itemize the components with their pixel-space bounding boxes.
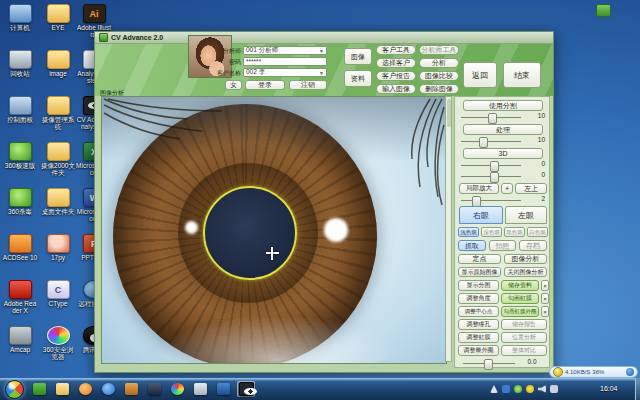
- delete-image-button[interactable]: 删除图像: [419, 84, 459, 94]
- taskbar-browser[interactable]: [76, 381, 94, 397]
- process-button[interactable]: 处理: [463, 124, 543, 135]
- capture-button[interactable]: 抓取: [458, 240, 486, 251]
- show-desktop-button[interactable]: [635, 378, 640, 400]
- taskbar-internet-explorer[interactable]: [99, 381, 117, 397]
- taskbar-video-player[interactable]: [214, 381, 232, 397]
- overall-compare-button[interactable]: 整体对比: [501, 345, 547, 356]
- photo-button[interactable]: 拍照: [489, 240, 516, 251]
- archive-button[interactable]: 存档: [519, 240, 547, 251]
- back-button[interactable]: 返回: [463, 62, 497, 88]
- toggle-white-spot[interactable]: 白色斑: [527, 227, 548, 237]
- close-icon[interactable]: ×: [541, 293, 549, 304]
- desktop-icon-control-panel[interactable]: 控制面板: [2, 96, 38, 123]
- eye-image-area[interactable]: [101, 96, 447, 364]
- taskbar-360-browser[interactable]: [168, 381, 186, 397]
- desktop-icon-360-browser[interactable]: 360安全浏览器: [40, 326, 76, 360]
- zoom-slider[interactable]: [461, 196, 521, 205]
- customer-tools-button[interactable]: 客户工具: [376, 45, 416, 55]
- local-zoom-button[interactable]: 局部放大: [459, 183, 499, 194]
- desktop-icon-ctype[interactable]: CCType: [40, 280, 76, 307]
- show-original-button[interactable]: 显示原始图像: [458, 267, 501, 277]
- outline-iris-button[interactable]: 勾画虹膜: [501, 293, 539, 304]
- show-map-button[interactable]: 显示分图: [458, 280, 499, 291]
- photo-viewer-icon: [148, 383, 161, 395]
- 360-ball-icon[interactable]: [514, 385, 522, 393]
- plus-button[interactable]: +: [501, 183, 513, 194]
- use-split-button[interactable]: 使用分割: [463, 100, 543, 111]
- desktop-icon-360-antivirus[interactable]: 360杀毒: [2, 188, 38, 215]
- desktop-gadget[interactable]: [596, 4, 611, 17]
- title-bar[interactable]: CV Advance 2.0: [95, 32, 553, 44]
- toggle-light-spot[interactable]: 浅色斑: [458, 227, 479, 237]
- bluetooth-icon[interactable]: [502, 385, 510, 393]
- 3d-slider-2[interactable]: [461, 172, 521, 181]
- taskbar-cv-advance-active[interactable]: [237, 381, 255, 397]
- security-dot-icon[interactable]: [526, 385, 534, 393]
- 3d-button[interactable]: 3D: [463, 148, 543, 159]
- scrollbar-thumb[interactable]: [447, 99, 451, 127]
- process-slider[interactable]: [461, 137, 521, 146]
- image-vertical-scrollbar[interactable]: [445, 96, 452, 362]
- adjust-iris-button[interactable]: 调整虹膜: [458, 332, 499, 343]
- right-eye-tab[interactable]: 右眼: [459, 206, 503, 224]
- input-image-button[interactable]: 输入图像: [376, 84, 416, 94]
- toggle-dark-spot[interactable]: 深色斑: [481, 227, 502, 237]
- 3d-slider-1[interactable]: [461, 161, 521, 170]
- save-data-button[interactable]: 储存资料: [501, 280, 539, 291]
- top-left-button[interactable]: 左上: [515, 183, 547, 194]
- toggle-black-spot[interactable]: 黑色斑: [504, 227, 525, 237]
- desktop-icon-acdsee[interactable]: ACDSee 10: [2, 234, 38, 261]
- position-analysis-button[interactable]: 位置分析: [501, 332, 547, 343]
- customer-report-button[interactable]: 客户报告: [376, 71, 416, 81]
- start-button[interactable]: [5, 380, 24, 399]
- adjust-outer-button[interactable]: 调整最外圈: [458, 345, 499, 356]
- adjust-pupil-button[interactable]: 调整瞳孔: [458, 319, 499, 330]
- left-eye-tab[interactable]: 左眼: [505, 206, 547, 224]
- customer-select[interactable]: 002 李 ▼: [243, 68, 327, 77]
- close-icon[interactable]: ×: [541, 306, 549, 317]
- analyst-tools-button[interactable]: 分析师工具: [419, 45, 459, 55]
- adjust-angle-button[interactable]: 调整角度: [458, 293, 499, 304]
- usb-device-icon[interactable]: [550, 385, 558, 393]
- desktop-icon-eye-folder[interactable]: EYE: [40, 4, 76, 31]
- desktop-icon-camera2000-folder[interactable]: 摄像2000文件夹: [40, 142, 76, 176]
- analyst-select[interactable]: 001 分析师 ▼: [243, 46, 327, 55]
- password-field[interactable]: ******: [243, 57, 327, 66]
- taskbar-document-app[interactable]: [191, 381, 209, 397]
- image-compare-button[interactable]: 图像比较: [419, 71, 459, 81]
- split-slider[interactable]: [461, 113, 521, 122]
- taskbar-media-app[interactable]: [122, 381, 140, 397]
- analyze-button[interactable]: 分析: [419, 58, 459, 68]
- data-button[interactable]: 资料: [344, 70, 372, 87]
- login-button[interactable]: 登录: [245, 80, 285, 90]
- network-speed-widget[interactable]: 4.10KB/S 36%: [549, 366, 638, 378]
- bottom-slider[interactable]: [463, 359, 515, 368]
- desktop-icon-computer[interactable]: 计算机: [2, 4, 38, 31]
- desktop-icon-image-folder[interactable]: image: [40, 50, 76, 77]
- logout-button[interactable]: 注销: [289, 80, 327, 90]
- outline-iris-outer-button[interactable]: 勾画虹膜外圈: [501, 306, 539, 317]
- image-analysis-button[interactable]: 图像分析: [504, 254, 547, 264]
- internet-explorer-icon: [102, 383, 115, 395]
- adjust-center-button[interactable]: 调整中心点: [458, 306, 499, 317]
- taskbar-photo-viewer[interactable]: [145, 381, 163, 397]
- desktop-icon-amcap[interactable]: Amcap: [2, 326, 38, 353]
- close-analysis-button[interactable]: 关闭图像分析: [504, 267, 547, 277]
- desktop-icon-recycle-bin[interactable]: 回收站: [2, 50, 38, 77]
- image-button[interactable]: 图像: [344, 48, 372, 65]
- desktop-icon-360-speed[interactable]: 360极速版: [2, 142, 38, 169]
- end-button[interactable]: 结束: [503, 62, 541, 88]
- taskbar-360-safety[interactable]: [30, 381, 48, 397]
- customer-label: 客户名称: [209, 69, 241, 77]
- taskbar-clock[interactable]: 16:04: [600, 385, 618, 392]
- fix-point-button[interactable]: 定点: [458, 254, 501, 264]
- desktop-icon-adobe-reader[interactable]: Adobe Reader X: [2, 280, 38, 314]
- save-report-button[interactable]: 储存报告: [501, 319, 547, 330]
- select-customer-button[interactable]: 选择客户: [376, 58, 416, 68]
- taskbar-explorer[interactable]: [53, 381, 71, 397]
- desktop-icon-desktop-folder[interactable]: 桌面文件夹: [40, 188, 76, 215]
- desktop-icon-17py[interactable]: 17py: [40, 234, 76, 261]
- gender-button[interactable]: 女: [225, 80, 242, 90]
- desktop-icon-camera-folder[interactable]: 摄像管理系统: [40, 96, 76, 130]
- close-icon[interactable]: ×: [541, 280, 549, 291]
